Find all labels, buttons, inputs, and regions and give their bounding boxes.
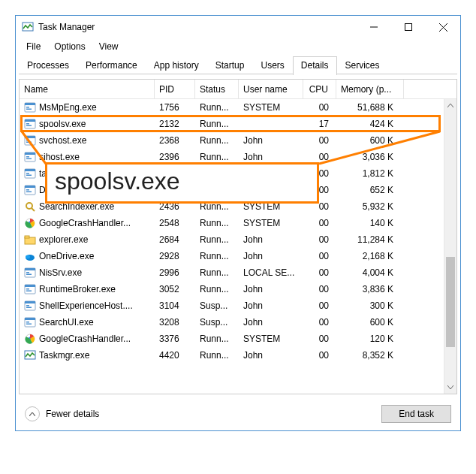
process-name: RuntimeBroker.exe: [39, 284, 116, 294]
table-row[interactable]: OneDrive.exe2928Runn...John002,168 K: [20, 248, 456, 264]
process-memory: 652 K: [336, 183, 404, 198]
svg-rect-28: [26, 192, 32, 193]
process-cpu: 00: [303, 133, 336, 148]
process-name: spoolsv.exe: [39, 119, 86, 129]
process-icon: [24, 101, 36, 113]
process-cpu: 00: [303, 216, 336, 231]
tab-details[interactable]: Details: [293, 56, 337, 75]
table-header: Name PID Status User name CPU Memory (p.…: [20, 80, 456, 99]
process-memory: 140 K: [336, 216, 404, 231]
svg-rect-40: [26, 274, 32, 276]
process-name: svchost.exe: [39, 135, 86, 146]
table-row[interactable]: NisSrv.exe2996Runn...LOCAL SE...004,004 …: [20, 264, 456, 281]
tab-users[interactable]: Users: [252, 56, 292, 74]
header-cpu[interactable]: CPU: [303, 80, 336, 98]
scroll-down-icon[interactable]: [444, 381, 456, 394]
svg-rect-44: [26, 291, 32, 292]
svg-point-29: [26, 203, 32, 209]
process-memory: 11,284 K: [336, 232, 404, 247]
process-status: Susp...: [195, 298, 239, 313]
process-status: Runn...: [195, 249, 239, 264]
process-memory: 3,836 K: [336, 282, 404, 297]
process-icon: [24, 333, 36, 345]
svg-rect-10: [25, 119, 35, 122]
svg-rect-15: [26, 140, 29, 141]
process-icon: [24, 168, 36, 180]
menu-file[interactable]: File: [20, 40, 47, 53]
table-row[interactable]: SearchUI.exe3208Susp...John00600 K: [20, 314, 456, 331]
fewer-details-toggle[interactable]: Fewer details: [25, 406, 381, 421]
process-pid: 1756: [155, 100, 195, 115]
process-cpu: 17: [303, 116, 336, 131]
tab-processes[interactable]: Processes: [19, 56, 77, 74]
process-memory: 424 K: [336, 116, 404, 131]
tab-services[interactable]: Services: [337, 56, 388, 74]
app-icon: [22, 21, 34, 33]
tab-performance[interactable]: Performance: [77, 56, 146, 74]
process-user: [239, 122, 303, 126]
table-row[interactable]: GoogleCrashHandler...3376Runn...SYSTEM00…: [20, 331, 456, 347]
process-pid: 3376: [155, 331, 195, 346]
vertical-scrollbar[interactable]: [444, 99, 456, 394]
table-row[interactable]: spoolsv.exe2132Runn...17424 K: [20, 116, 456, 132]
table-row[interactable]: GoogleCrashHandler...2548Runn...SYSTEM00…: [20, 215, 456, 231]
svg-rect-16: [26, 142, 32, 143]
end-task-button[interactable]: End task: [381, 405, 451, 423]
scroll-thumb[interactable]: [446, 257, 455, 347]
table-row[interactable]: RuntimeBroker.exe3052Runn...John003,836 …: [20, 281, 456, 297]
process-memory: 300 K: [336, 298, 404, 313]
svg-rect-12: [26, 125, 32, 127]
minimize-button[interactable]: [357, 16, 391, 38]
process-memory: 120 K: [336, 331, 404, 346]
process-user: John: [239, 249, 303, 264]
svg-rect-24: [26, 175, 32, 177]
close-button[interactable]: [426, 16, 460, 38]
process-cpu: 00: [303, 265, 336, 280]
process-user: SYSTEM: [239, 100, 303, 115]
svg-rect-48: [26, 307, 32, 309]
svg-rect-18: [25, 152, 35, 155]
svg-line-30: [32, 208, 35, 211]
process-icon: [24, 217, 36, 229]
process-status: Runn...: [195, 265, 239, 280]
process-user: SYSTEM: [239, 216, 303, 231]
process-pid: 2996: [155, 265, 195, 280]
table-row[interactable]: explorer.exe2684Runn...John0011,284 K: [20, 231, 456, 248]
menu-view[interactable]: View: [93, 40, 125, 53]
process-memory: 3,036 K: [336, 149, 404, 165]
table-row[interactable]: svchost.exe2368Runn...John00600 K: [20, 132, 456, 149]
svg-point-36: [26, 255, 30, 259]
process-status: Runn...: [195, 282, 239, 297]
process-name: sihost.exe: [39, 152, 80, 162]
process-user: John: [239, 133, 303, 148]
svg-rect-26: [25, 186, 35, 188]
header-pid[interactable]: PID: [155, 80, 195, 98]
process-icon: [24, 250, 36, 262]
process-icon: [24, 151, 36, 163]
svg-rect-46: [25, 301, 35, 303]
tab-bar: Processes Performance App history Startu…: [16, 56, 460, 74]
menu-options[interactable]: Options: [48, 40, 91, 53]
content: Name PID Status User name CPU Memory (p.…: [16, 74, 460, 397]
tab-startup[interactable]: Startup: [207, 56, 253, 74]
process-memory: 5,932 K: [336, 199, 404, 214]
table-row[interactable]: Taskmgr.exe4420Runn...John008,352 K: [20, 347, 456, 364]
table-row[interactable]: ShellExperienceHost....3104Susp...John00…: [20, 297, 456, 314]
header-user[interactable]: User name: [239, 80, 303, 98]
svg-rect-43: [26, 288, 29, 290]
callout-box: spoolsv.exe: [45, 162, 319, 204]
header-name[interactable]: Name: [20, 80, 155, 98]
chevron-up-icon: [25, 406, 40, 421]
maximize-button[interactable]: [391, 16, 426, 38]
process-memory: 4,004 K: [336, 265, 404, 280]
process-cpu: 00: [303, 298, 336, 313]
tab-app-history[interactable]: App history: [146, 56, 207, 74]
process-icon: [24, 283, 36, 295]
process-status: Runn...: [195, 232, 239, 247]
process-pid: 3104: [155, 298, 195, 313]
scroll-up-icon[interactable]: [444, 99, 456, 112]
header-status[interactable]: Status: [195, 80, 239, 98]
process-icon: [24, 184, 36, 196]
header-memory[interactable]: Memory (p...: [336, 80, 404, 98]
table-row[interactable]: MsMpEng.exe1756Runn...SYSTEM0051,688 K: [20, 99, 456, 116]
